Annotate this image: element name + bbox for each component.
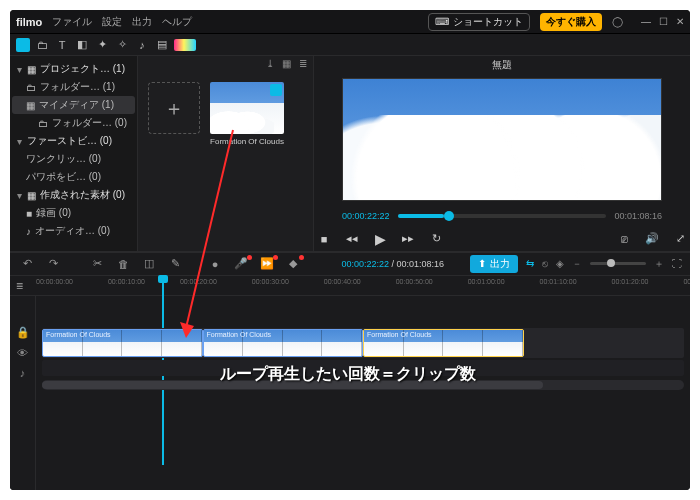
buy-now-button[interactable]: 今すぐ購入 xyxy=(540,13,602,31)
clip-label: Formation Of Clouds xyxy=(367,331,432,338)
tree-generated[interactable]: ▾▦作成された素材 (0) xyxy=(12,186,135,204)
ruler-tick: 00:00:30:00 xyxy=(252,278,289,285)
color-grade-icon[interactable] xyxy=(174,39,196,51)
sparkle-icon[interactable]: ✧ xyxy=(114,37,130,53)
tree-project[interactable]: ▾▦プロジェクト… (1) xyxy=(12,60,135,78)
tree-label: フォルダー… (0) xyxy=(52,116,127,130)
timeline-clip[interactable]: Formation Of Clouds xyxy=(203,329,364,357)
fullscreen-button[interactable]: ⤢ xyxy=(670,229,690,249)
audio-track[interactable] xyxy=(42,360,684,376)
ruler-tick: 00:01:10:00 xyxy=(540,278,577,285)
music-icon[interactable]: ♪ xyxy=(134,37,150,53)
tree-ppt[interactable]: パワポをビ… (0) xyxy=(12,168,135,186)
timeline-toolbar: ↶ ↷ ✂ 🗑 ◫ ✎ ● 🎤 ⏩ ◆ 00:00:22:22 / 00:01:… xyxy=(10,252,690,276)
timeline-ruler[interactable]: ≡ 00:00:00:00 00:00:10:00 00:00:20:00 00… xyxy=(10,276,690,296)
stop-button[interactable]: ■ xyxy=(314,229,334,249)
ruler-tick: 00:00:50:00 xyxy=(396,278,433,285)
video-track[interactable]: Formation Of Clouds Formation Of Clouds … xyxy=(42,328,684,358)
app-logo: filmo xyxy=(16,16,42,28)
timeline-tc-current: 00:00:22:22 xyxy=(341,259,389,269)
template-icon[interactable]: ▤ xyxy=(154,37,170,53)
clip-badge-icon xyxy=(270,84,282,96)
close-icon[interactable]: ✕ xyxy=(676,16,684,27)
preview-scrubber[interactable] xyxy=(398,214,607,218)
ruler-tick: 00:01:00:00 xyxy=(468,278,505,285)
cut-button[interactable]: ✂ xyxy=(88,255,106,273)
loop-button[interactable]: ↻ xyxy=(426,229,446,249)
delete-button[interactable]: 🗑 xyxy=(114,255,132,273)
main-menu: ファイル 設定 出力 ヘルプ xyxy=(52,15,192,29)
keyframe-button[interactable]: ◆ xyxy=(284,255,302,273)
timeline-clip-selected[interactable]: Formation Of Clouds xyxy=(363,329,524,357)
ruler-tick: 00:01:30:00 xyxy=(683,278,690,285)
zoom-out-button[interactable]: － xyxy=(572,257,582,271)
timeline-scrollbar[interactable] xyxy=(42,380,684,390)
tree-my-media[interactable]: ▦マイメディア (1) xyxy=(12,96,135,114)
marker-tool-button[interactable]: ◈ xyxy=(556,258,564,269)
preview-viewport[interactable] xyxy=(342,78,662,201)
minimize-icon[interactable]: — xyxy=(641,16,651,27)
tree-label: ファーストビ… (0) xyxy=(27,134,112,148)
tree-firstview[interactable]: ▾ファーストビ… (0) xyxy=(12,132,135,150)
folder-icon: 🗀 xyxy=(26,82,36,93)
record-button[interactable]: ● xyxy=(206,255,224,273)
clip-thumbnail[interactable] xyxy=(210,82,284,134)
import-icon[interactable]: ⤓ xyxy=(266,58,274,72)
prev-frame-button[interactable]: ◂◂ xyxy=(342,229,362,249)
menu-file[interactable]: ファイル xyxy=(52,15,92,29)
tree-folder-2[interactable]: 🗀フォルダー… (0) xyxy=(12,114,135,132)
marker-button[interactable]: ✎ xyxy=(166,255,184,273)
zoom-fit-button[interactable]: ⛶ xyxy=(672,258,682,269)
play-button[interactable]: ▶ xyxy=(370,229,390,249)
redo-button[interactable]: ↷ xyxy=(44,255,62,273)
media-clip[interactable]: Formation Of Clouds xyxy=(210,82,284,146)
next-frame-button[interactable]: ▸▸ xyxy=(398,229,418,249)
tree-label: マイメディア (1) xyxy=(39,98,114,112)
tree-label: 録画 (0) xyxy=(36,206,71,220)
text-tool-icon[interactable]: T xyxy=(54,37,70,53)
tree-oneclick[interactable]: ワンクリッ… (0) xyxy=(12,150,135,168)
maximize-icon[interactable]: ☐ xyxy=(659,16,668,27)
title-bar: filmo ファイル 設定 出力 ヘルプ ⌨ ショートカット 今すぐ購入 ◯ —… xyxy=(10,10,690,34)
ruler-tick: 00:00:40:00 xyxy=(324,278,361,285)
tree-audio[interactable]: ♪オーディオ… (0) xyxy=(12,222,135,240)
media-tab-icon[interactable] xyxy=(16,38,30,52)
snapshot-button[interactable]: ⎚ xyxy=(614,229,634,249)
menu-help[interactable]: ヘルプ xyxy=(162,15,192,29)
upload-icon: ⬆ xyxy=(478,258,486,269)
ruler-tick: 00:01:20:00 xyxy=(612,278,649,285)
media-panel: ⤓ ▦ ≣ ＋ Formation Of Clouds xyxy=(138,56,314,251)
timeline-menu-icon[interactable]: ≡ xyxy=(16,279,23,293)
menu-output[interactable]: 出力 xyxy=(132,15,152,29)
crop-button[interactable]: ◫ xyxy=(140,255,158,273)
folder-icon[interactable]: 🗀 xyxy=(34,37,50,53)
grid-view-icon[interactable]: ▦ xyxy=(282,58,291,72)
timecode-total: 00:01:08:16 xyxy=(614,211,662,221)
zoom-in-button[interactable]: ＋ xyxy=(654,257,664,271)
tree-folder-1[interactable]: 🗀フォルダー… (1) xyxy=(12,78,135,96)
snap-button[interactable]: ⇆ xyxy=(526,258,534,269)
add-media-button[interactable]: ＋ xyxy=(148,82,200,134)
link-button[interactable]: ⎋ xyxy=(542,258,548,269)
project-sidebar: ▾▦プロジェクト… (1) 🗀フォルダー… (1) ▦マイメディア (1) 🗀フ… xyxy=(10,56,138,251)
shortcut-button[interactable]: ⌨ ショートカット xyxy=(428,13,530,31)
list-view-icon[interactable]: ≣ xyxy=(299,58,307,72)
menu-settings[interactable]: 設定 xyxy=(102,15,122,29)
volume-button[interactable]: 🔊 xyxy=(642,229,662,249)
effects-icon[interactable]: ✦ xyxy=(94,37,110,53)
lock-track-icon[interactable]: 🔒 xyxy=(16,326,30,339)
undo-button[interactable]: ↶ xyxy=(18,255,36,273)
track-audio-icon[interactable]: ♪ xyxy=(20,367,26,379)
tree-recording[interactable]: ■録画 (0) xyxy=(12,204,135,222)
export-label: 出力 xyxy=(490,257,510,271)
timeline-clip[interactable]: Formation Of Clouds xyxy=(42,329,203,357)
camera-icon: ■ xyxy=(26,208,32,219)
ruler-tick: 00:00:10:00 xyxy=(108,278,145,285)
mute-track-icon[interactable]: 👁 xyxy=(17,347,28,359)
export-button[interactable]: ⬆出力 xyxy=(470,255,518,273)
user-icon[interactable]: ◯ xyxy=(612,16,623,27)
voiceover-button[interactable]: 🎤 xyxy=(232,255,250,273)
transition-icon[interactable]: ◧ xyxy=(74,37,90,53)
speed-button[interactable]: ⏩ xyxy=(258,255,276,273)
zoom-slider[interactable] xyxy=(590,262,646,265)
